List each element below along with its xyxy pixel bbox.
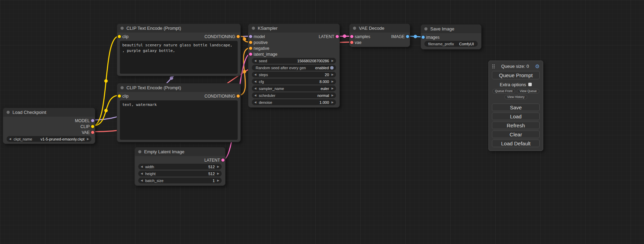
node-titlebar[interactable]: Empty Latent Image: [135, 147, 225, 156]
node-titlebar[interactable]: CLIP Text Encode (Prompt): [117, 24, 240, 33]
input-label-vae: vae: [355, 40, 361, 45]
collapse-toggle-icon[interactable]: [424, 27, 427, 30]
spacer: [492, 99, 540, 102]
input-port-clip[interactable]: [117, 35, 121, 38]
node-titlebar[interactable]: KSampler: [248, 24, 339, 33]
arrow-right-icon[interactable]: ▶: [87, 136, 89, 142]
arrow-right-icon[interactable]: ▶: [332, 85, 334, 91]
output-port-image[interactable]: [406, 35, 409, 38]
collapse-toggle-icon[interactable]: [252, 27, 255, 30]
collapse-toggle-icon[interactable]: [138, 150, 141, 153]
input-port-vae[interactable]: [350, 40, 354, 44]
arrow-left-icon[interactable]: ◀: [254, 85, 256, 91]
input-port-images[interactable]: [421, 35, 425, 39]
view-queue-button[interactable]: View Queue: [517, 89, 539, 93]
queue-buttons-row: Queue Front View Queue: [492, 89, 540, 93]
arrow-left-icon[interactable]: ◀: [254, 99, 256, 105]
node-clip-text-encode-negative[interactable]: CLIP Text Encode (Prompt) clip CONDITION…: [117, 83, 241, 142]
wire-dot-image[interactable]: [414, 35, 417, 38]
arrow-right-icon[interactable]: ▶: [217, 171, 219, 177]
widget-denoise[interactable]: ◀ denoise 1.000 ▶: [252, 99, 336, 105]
collapse-toggle-icon[interactable]: [353, 27, 356, 30]
input-port-samples[interactable]: [350, 35, 354, 38]
collapse-toggle-icon[interactable]: [121, 86, 124, 89]
node-titlebar[interactable]: Save Image: [421, 25, 481, 33]
wire-dot-latent-vae[interactable]: [343, 35, 346, 38]
load-button[interactable]: Load: [492, 112, 540, 120]
arrow-left-icon[interactable]: ◀: [254, 92, 256, 98]
widget-random-seed-toggle[interactable]: Random seed after every gen enabled: [252, 65, 336, 71]
queue-prompt-button[interactable]: Queue Prompt: [492, 71, 540, 79]
arrow-left-icon[interactable]: ◀: [141, 171, 143, 177]
node-titlebar[interactable]: VAE Decode: [350, 24, 410, 33]
arrow-right-icon[interactable]: ▶: [332, 92, 334, 98]
wire-dot-clip-positive[interactable]: [104, 79, 108, 83]
view-history-button[interactable]: View History: [504, 95, 527, 99]
prompt-textarea[interactable]: beautiful scenery nature glass bottle la…: [120, 41, 238, 74]
arrow-left-icon[interactable]: ◀: [141, 178, 143, 183]
arrow-left-icon[interactable]: ◀: [9, 136, 11, 142]
arrow-left-icon[interactable]: ◀: [254, 79, 256, 84]
node-ksampler[interactable]: KSampler model LATENT positive negative …: [248, 24, 340, 108]
queue-front-button[interactable]: Queue Front: [492, 89, 515, 93]
load-default-button[interactable]: Load Default: [492, 139, 540, 147]
collapse-toggle-icon[interactable]: [121, 27, 124, 30]
arrow-right-icon[interactable]: ▶: [332, 58, 334, 64]
input-port-clip[interactable]: [117, 94, 121, 98]
node-titlebar[interactable]: CLIP Text Encode (Prompt): [117, 83, 240, 92]
widget-value: 20: [325, 73, 329, 77]
collapse-toggle-icon[interactable]: [7, 111, 10, 114]
node-vae-decode[interactable]: VAE Decode samples IMAGE vae: [349, 24, 410, 47]
refresh-button[interactable]: Refresh: [492, 121, 540, 129]
widget-scheduler[interactable]: ◀ scheduler normal ▶: [252, 92, 336, 98]
output-port-vae[interactable]: [91, 130, 95, 134]
node-load-checkpoint[interactable]: Load Checkpoint MODEL CLIP VAE ◀ ckpt_na…: [3, 108, 95, 144]
widget-label: steps: [259, 73, 268, 77]
drag-handle-icon[interactable]: [492, 64, 495, 69]
output-port-latent[interactable]: [335, 35, 339, 38]
arrow-right-icon[interactable]: ▶: [332, 72, 334, 78]
output-port-model[interactable]: [91, 119, 95, 123]
output-port-latent[interactable]: [221, 158, 225, 162]
output-port-conditioning[interactable]: [236, 94, 240, 98]
settings-gear-icon[interactable]: ⚙: [535, 64, 540, 69]
output-port-conditioning[interactable]: [236, 35, 240, 38]
arrow-right-icon[interactable]: ▶: [332, 99, 334, 105]
extra-options-checkbox[interactable]: [528, 83, 532, 86]
wire-dot-clip-negative[interactable]: [104, 109, 108, 112]
clear-button[interactable]: Clear: [492, 130, 540, 138]
output-port-clip[interactable]: [91, 125, 95, 128]
widget-sampler-name[interactable]: ◀ sampler_name euler ▶: [252, 85, 336, 91]
node-title: VAE Decode: [359, 26, 384, 31]
save-button[interactable]: Save: [492, 103, 540, 111]
widget-seed[interactable]: ◀ seed 156680208700286 ▶: [252, 58, 336, 64]
widget-cfg[interactable]: ◀ cfg 8.000 ▶: [252, 79, 336, 84]
input-port-latent-image[interactable]: [249, 52, 253, 56]
prompt-textarea[interactable]: text, watermark: [120, 100, 238, 140]
arrow-left-icon[interactable]: ◀: [254, 72, 256, 78]
widget-steps[interactable]: ◀ steps 20 ▶: [252, 72, 336, 78]
node-clip-text-encode-positive[interactable]: CLIP Text Encode (Prompt) clip CONDITION…: [117, 24, 241, 76]
input-port-negative[interactable]: [249, 46, 253, 50]
input-port-positive[interactable]: [249, 40, 253, 44]
graph-canvas[interactable]: Load Checkpoint MODEL CLIP VAE ◀ ckpt_na…: [0, 0, 644, 244]
node-empty-latent-image[interactable]: Empty Latent Image LATENT ◀ width 512 ▶ …: [134, 147, 226, 186]
input-port-model[interactable]: [249, 35, 253, 38]
arrow-right-icon[interactable]: ▶: [217, 164, 219, 170]
node-titlebar[interactable]: Load Checkpoint: [3, 108, 95, 117]
node-save-image[interactable]: Save Image images filename_prefix ComfyU…: [421, 24, 482, 49]
arrow-right-icon[interactable]: ▶: [332, 79, 334, 84]
arrow-right-icon[interactable]: ▶: [217, 178, 219, 183]
wire-dot-negative[interactable]: [243, 70, 246, 73]
widget-ckpt-name[interactable]: ◀ ckpt_name v1-5-pruned-emaonly.ckpt ▶: [7, 136, 91, 142]
arrow-left-icon[interactable]: ◀: [141, 164, 143, 170]
wire-dot-positive[interactable]: [243, 37, 246, 41]
widget-width[interactable]: ◀ width 512 ▶: [138, 164, 222, 170]
widget-height[interactable]: ◀ height 512 ▶: [138, 171, 222, 177]
widget-batch-size[interactable]: ◀ batch_size 1 ▶: [138, 178, 222, 183]
toggle-indicator-icon[interactable]: [330, 66, 334, 70]
extra-options-row: Extra options: [492, 81, 540, 88]
widget-filename-prefix[interactable]: filename_prefix ComfyUI: [424, 41, 478, 47]
wire-dot-model[interactable]: [170, 76, 173, 80]
arrow-left-icon[interactable]: ◀: [254, 58, 256, 64]
